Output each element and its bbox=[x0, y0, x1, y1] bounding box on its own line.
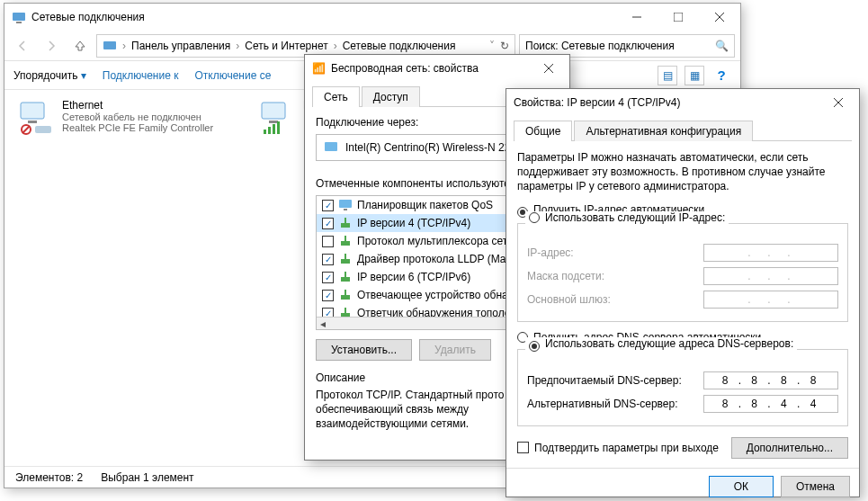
cancel-button[interactable]: Отмена bbox=[781, 476, 850, 497]
radio-use-ip[interactable]: Использовать следующий IP-адрес: bbox=[525, 211, 729, 224]
dialog-titlebar: Свойства: IP версии 4 (TCP/IPv4) bbox=[506, 89, 859, 116]
refresh-icon[interactable]: ↻ bbox=[500, 40, 509, 52]
adapter-icon bbox=[324, 140, 338, 155]
forward-button[interactable] bbox=[39, 33, 64, 58]
tab-general[interactable]: Общие bbox=[514, 121, 572, 141]
close-button[interactable] bbox=[699, 4, 740, 31]
tab-network[interactable]: Сеть bbox=[312, 86, 360, 107]
alt-dns-input[interactable]: 8 . 8 . 4 . 4 bbox=[703, 395, 838, 413]
ipv4-properties-dialog: Свойства: IP версии 4 (TCP/IPv4) Общие А… bbox=[506, 88, 860, 497]
svg-rect-12 bbox=[262, 103, 285, 119]
tab-alternate[interactable]: Альтернативная конфигурация bbox=[574, 121, 753, 141]
up-button[interactable] bbox=[67, 33, 93, 58]
svg-rect-31 bbox=[341, 295, 350, 300]
titlebar: Сетевые подключения bbox=[4, 4, 740, 31]
close-button[interactable] bbox=[535, 58, 562, 78]
subnet-input: . . . bbox=[703, 267, 838, 285]
organize-menu[interactable]: Упорядочить ▾ bbox=[13, 69, 86, 82]
protocol-icon bbox=[339, 236, 352, 246]
svg-rect-11 bbox=[35, 126, 51, 133]
gateway-label: Основной шлюз: bbox=[527, 293, 703, 306]
breadcrumb-icon bbox=[103, 39, 117, 53]
checkbox[interactable] bbox=[322, 218, 334, 229]
svg-rect-14 bbox=[264, 130, 266, 134]
component-label: Планировщик пакетов QoS bbox=[357, 199, 493, 211]
chevron-down-icon[interactable]: ˅ bbox=[489, 40, 495, 52]
checkbox[interactable] bbox=[322, 200, 334, 211]
close-button[interactable] bbox=[825, 93, 852, 112]
advanced-button[interactable]: Дополнительно... bbox=[731, 437, 848, 459]
svg-rect-16 bbox=[273, 124, 275, 134]
protocol-icon bbox=[339, 218, 352, 228]
install-button[interactable]: Установить... bbox=[316, 339, 412, 361]
help-icon[interactable]: ? bbox=[711, 66, 731, 85]
svg-rect-3 bbox=[674, 13, 683, 22]
protocol-icon bbox=[339, 290, 352, 300]
component-label: Отвечающее устройство обнар bbox=[357, 289, 514, 301]
tabs: Общие Альтернативная конфигурация bbox=[514, 120, 852, 141]
ip-address-label: IP-адрес: bbox=[527, 246, 703, 259]
app-icon bbox=[12, 10, 26, 24]
svg-rect-7 bbox=[21, 103, 44, 119]
adapter-device: Realtek PCIe FE Family Controller bbox=[62, 122, 213, 133]
component-label: IP версии 4 (TCP/IPv4) bbox=[357, 217, 470, 229]
window-title: Сетевые подключения bbox=[31, 11, 616, 23]
component-label: IP версии 6 (TCP/IPv6) bbox=[357, 271, 470, 283]
disable-menu[interactable]: Отключение се bbox=[194, 69, 271, 82]
adapter-name: Intel(R) Centrino(R) Wireless-N 2230 bbox=[345, 141, 523, 154]
dialog-titlebar: 📶 Беспроводная сеть: свойства bbox=[305, 55, 569, 82]
ip-address-input: . . . bbox=[703, 244, 838, 262]
svg-rect-21 bbox=[339, 200, 352, 208]
remove-button[interactable]: Удалить bbox=[419, 339, 491, 361]
maximize-button[interactable] bbox=[658, 4, 699, 31]
tab-access[interactable]: Доступ bbox=[362, 86, 420, 107]
pref-dns-label: Предпочитаемый DNS-сервер: bbox=[527, 374, 703, 387]
adapter-name: Ethernet bbox=[62, 99, 213, 112]
svg-rect-27 bbox=[341, 259, 350, 264]
status-count: Элементов: 2 bbox=[15, 471, 83, 484]
svg-rect-13 bbox=[269, 121, 278, 123]
svg-rect-20 bbox=[325, 142, 337, 151]
ok-button[interactable]: ОК bbox=[709, 476, 774, 497]
checkbox[interactable] bbox=[322, 254, 334, 265]
connect-menu[interactable]: Подключение к bbox=[103, 69, 179, 82]
intro-text: Параметры IP можно назначать автоматичес… bbox=[517, 150, 848, 194]
checkbox[interactable] bbox=[322, 236, 334, 247]
status-selected: Выбран 1 элемент bbox=[101, 471, 193, 484]
back-button[interactable] bbox=[10, 33, 35, 58]
validate-label: Подтвердить параметры при выходе bbox=[534, 442, 731, 454]
component-label: Протокол мультиплексора сете bbox=[357, 235, 514, 247]
radio-use-dns[interactable]: Использовать следующие адреса DNS-сервер… bbox=[525, 337, 797, 352]
svg-rect-17 bbox=[277, 121, 280, 134]
wifi-icon bbox=[258, 99, 296, 137]
svg-rect-0 bbox=[13, 13, 25, 21]
svg-rect-25 bbox=[341, 241, 350, 246]
svg-rect-29 bbox=[341, 277, 350, 282]
component-label: Драйвер протокола LLDP (Май bbox=[357, 253, 512, 265]
breadcrumb-seg[interactable]: Сетевые подключения bbox=[343, 40, 456, 52]
breadcrumb-seg[interactable]: Сеть и Интернет bbox=[245, 40, 327, 52]
subnet-label: Маска подсети: bbox=[527, 270, 703, 282]
details-icon[interactable]: ▦ bbox=[685, 66, 704, 85]
search-icon[interactable]: 🔍 bbox=[715, 40, 729, 52]
svg-rect-22 bbox=[344, 209, 347, 210]
checkbox[interactable] bbox=[322, 290, 334, 301]
alt-dns-label: Альтернативный DNS-сервер: bbox=[527, 398, 703, 410]
pref-dns-input[interactable]: 8 . 8 . 8 . 8 bbox=[703, 371, 838, 389]
checkbox[interactable] bbox=[322, 272, 334, 283]
adapter-ethernet[interactable]: Ethernet Сетевой кабель не подключен Rea… bbox=[17, 99, 242, 137]
ethernet-icon bbox=[17, 99, 55, 137]
search-placeholder: Поиск: Сетевые подключения bbox=[525, 40, 715, 52]
breadcrumb-seg[interactable]: Панель управления bbox=[131, 40, 230, 52]
svg-rect-8 bbox=[28, 121, 37, 123]
wifi-icon: 📶 bbox=[312, 62, 326, 75]
svg-rect-1 bbox=[16, 22, 22, 23]
svg-line-10 bbox=[22, 126, 30, 133]
validate-checkbox[interactable] bbox=[517, 442, 529, 453]
protocol-icon bbox=[339, 254, 352, 264]
gateway-input: . . . bbox=[703, 291, 838, 309]
minimize-button[interactable] bbox=[616, 4, 658, 31]
dialog-title: Свойства: IP версии 4 (TCP/IPv4) bbox=[514, 96, 825, 109]
protocol-icon bbox=[339, 272, 352, 282]
view-icon[interactable]: ▤ bbox=[658, 66, 677, 85]
